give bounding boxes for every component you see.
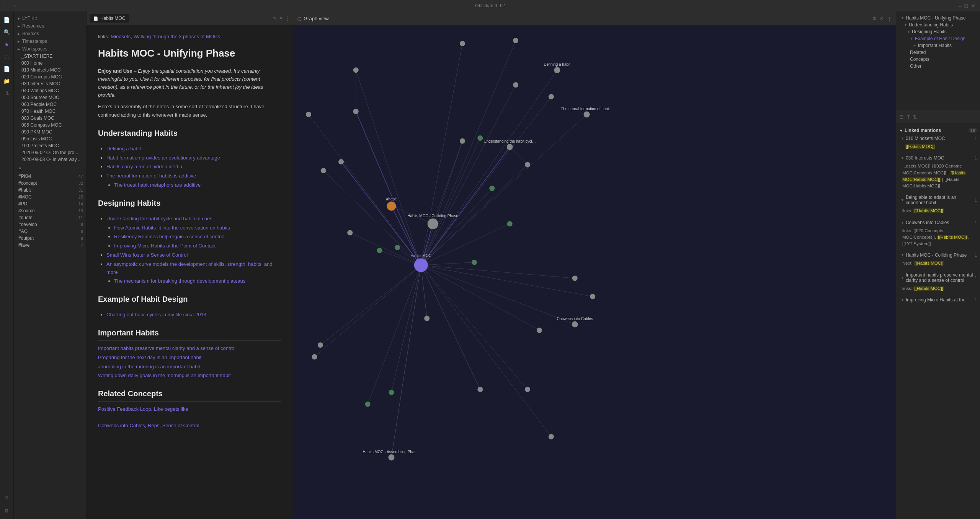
- linked-mentions-header[interactable]: ▼ Linked mentions 19: [896, 126, 980, 135]
- sidebar-item[interactable]: 000 Home: [14, 60, 86, 67]
- graph-node[interactable]: [489, 185, 495, 191]
- mention-group-header[interactable]: ▼Being able to adapt is an important hab…: [896, 194, 980, 207]
- sidebar-item[interactable]: 090 PKM MOC: [14, 129, 86, 135]
- close-tab-icon[interactable]: ✕: [279, 16, 283, 21]
- outline-item[interactable]: ▼Designing Habits: [896, 28, 980, 35]
- graph-node[interactable]: The neural formation of habi…: [561, 107, 612, 117]
- link-like-begets[interactable]: Like begets like: [154, 406, 188, 412]
- sidebar-item[interactable]: 030 Interests MOC: [14, 80, 86, 87]
- sidebar-item[interactable]: 2020-08-08 O- In what way...: [14, 156, 86, 163]
- sidebar-icon-settings[interactable]: ⚙: [2, 505, 12, 516]
- sidebar-icon-sort[interactable]: ⇅: [2, 88, 12, 99]
- graph-more-icon[interactable]: ⋮: [887, 16, 892, 21]
- sidebar-item[interactable]: _START HERE: [14, 53, 86, 60]
- link-reps[interactable]: Reps: [148, 423, 159, 428]
- link-preparing-next-day[interactable]: Preparing for the next day is an importa…: [98, 354, 281, 362]
- graph-node[interactable]: [525, 162, 530, 168]
- edit-icon[interactable]: ✎: [273, 16, 277, 21]
- sidebar-item[interactable]: 060 People MOC: [14, 101, 86, 108]
- link-positive-feedback[interactable]: Positive Feedback Loop: [98, 406, 151, 412]
- link-neural-formation[interactable]: The neural formation of habits is additi…: [106, 173, 196, 179]
- breadcrumb-link-3phases[interactable]: Walking through the 3 phases of MOCs: [134, 34, 220, 39]
- link-defining-habit[interactable]: Defining a habit: [106, 146, 141, 151]
- sidebar-icon-help[interactable]: ?: [2, 493, 12, 504]
- sidebar-item[interactable]: 070 Health MOC: [14, 108, 86, 115]
- tag-item[interactable]: #concept32: [14, 180, 86, 187]
- link-small-wins[interactable]: Small Wins foster a Sense of Control: [106, 252, 188, 258]
- mention-group-header[interactable]: ▼Habits MOC - Colliding Phase1: [896, 251, 980, 259]
- graph-node[interactable]: [525, 387, 530, 392]
- link-habit-formation-evo[interactable]: Habit formation provides an evolutionary…: [106, 155, 220, 161]
- sidebar-item[interactable]: 040 Writings MOC: [14, 87, 86, 94]
- link-habits-inertia[interactable]: Habits carry a ton of hidden inertia: [106, 164, 182, 169]
- link-charting-habits[interactable]: Charting out habit cycles in my life cir…: [106, 312, 206, 317]
- sidebar-item[interactable]: 050 Sources MOC: [14, 94, 86, 101]
- graph-node[interactable]: [353, 67, 359, 73]
- sources-header[interactable]: ► Sources: [14, 30, 86, 37]
- graph-node[interactable]: Defining a habit: [544, 62, 571, 73]
- sidebar-item[interactable]: 080 Goals MOC: [14, 115, 86, 122]
- back-arrow[interactable]: ←: [3, 3, 8, 9]
- graph-node[interactable]: [347, 230, 353, 235]
- lyt-kit-header[interactable]: ▼ LYT Kit: [14, 15, 86, 22]
- graph-node[interactable]: [549, 94, 554, 99]
- link-atomic-habits[interactable]: How Atomic Habits fit into the conversat…: [114, 225, 230, 231]
- link-important-preserve[interactable]: Important habits preserve mental clarity…: [98, 345, 281, 353]
- graph-node[interactable]: [590, 294, 595, 299]
- more-options-icon[interactable]: ⋮: [285, 16, 290, 21]
- graph-node[interactable]: [477, 387, 483, 392]
- tag-item[interactable]: #develop9: [14, 221, 86, 228]
- tag-item[interactable]: #: [14, 166, 86, 173]
- link-micro-habits[interactable]: Improving Micro Habits at the Point of C…: [114, 243, 216, 249]
- sidebar-icon-graph[interactable]: ◌: [2, 51, 12, 62]
- maximize-button[interactable]: □: [965, 3, 968, 9]
- graph-settings-icon[interactable]: ⚙: [872, 16, 877, 21]
- sidebar-icon-search[interactable]: 🔍: [2, 27, 12, 37]
- graph-node[interactable]: Habits MOC - Assembling Phas…: [363, 450, 420, 460]
- link-mechanism-breaking[interactable]: The mechanism for breaking through devel…: [114, 278, 245, 284]
- graph-node[interactable]: [353, 109, 359, 114]
- graph-node[interactable]: [513, 82, 518, 88]
- workspaces-header[interactable]: ► Workspaces: [14, 45, 86, 53]
- graph-node[interactable]: [513, 38, 518, 43]
- outline-item[interactable]: ▼Example of Habit Design: [896, 35, 980, 42]
- outline-item[interactable]: Related: [896, 49, 980, 56]
- graph-node[interactable]: [549, 434, 554, 439]
- graph-node[interactable]: [572, 275, 578, 281]
- sidebar-icon-new[interactable]: 📄: [2, 63, 12, 74]
- link-writing-daily[interactable]: Writing down daily goals in the morning …: [98, 372, 281, 380]
- graph-node[interactable]: [424, 316, 430, 321]
- tag-item[interactable]: #fave7: [14, 242, 86, 249]
- tag-item[interactable]: #PKM47: [14, 173, 86, 180]
- outline-item[interactable]: ▼Understanding Habits: [896, 21, 980, 28]
- sidebar-item[interactable]: 2020-06-02 O- On the pro...: [14, 149, 86, 156]
- graph-node[interactable]: [306, 112, 311, 117]
- mention-group-header[interactable]: ▼Improving Micro Habits at the1: [896, 296, 980, 304]
- mention-group-header[interactable]: ▼030 Interests MOC1: [896, 154, 980, 162]
- graph-node[interactable]: [507, 221, 513, 226]
- graph-node[interactable]: [312, 354, 317, 360]
- graph-node[interactable]: [321, 168, 326, 173]
- sidebar-icon-folder[interactable]: 📁: [2, 76, 12, 86]
- editor-tab-habits-moc[interactable]: 📄 Habits MOC: [90, 14, 129, 23]
- mention-group-header[interactable]: ▼Important habits preserve mental clarit…: [896, 271, 980, 284]
- link-asymptotic[interactable]: An asymptotic curve models the developme…: [106, 261, 273, 275]
- graph-node[interactable]: [377, 248, 382, 253]
- text-icon[interactable]: T: [907, 114, 910, 120]
- tag-item[interactable]: #MOC25: [14, 194, 86, 200]
- graph-node[interactable]: [389, 390, 394, 395]
- sidebar-item[interactable]: 010 Mindsets MOC: [14, 67, 86, 73]
- list-icon[interactable]: ☰: [899, 114, 904, 120]
- link-sense-control[interactable]: Sense of Control: [162, 423, 199, 428]
- sidebar-item[interactable]: 100 Projects MOC: [14, 142, 86, 149]
- graph-node[interactable]: [477, 135, 483, 141]
- graph-close-icon[interactable]: ✕: [880, 16, 884, 21]
- link-cobwebs[interactable]: Cobwebs into Cables: [98, 423, 145, 428]
- minimize-button[interactable]: –: [959, 3, 962, 9]
- tag-item[interactable]: #PD14: [14, 200, 86, 207]
- graph-node[interactable]: [395, 245, 400, 250]
- tag-item[interactable]: #AQ8: [14, 228, 86, 235]
- graph-node[interactable]: [537, 328, 542, 333]
- outline-item[interactable]: ▼Habits MOC - Unifying Phase: [896, 15, 980, 21]
- forward-arrow[interactable]: →: [11, 3, 16, 9]
